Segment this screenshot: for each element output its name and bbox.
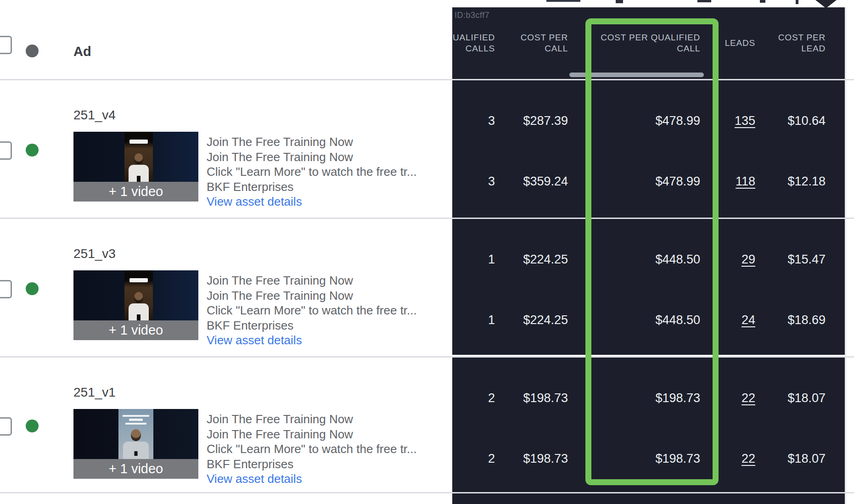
view-asset-details-link[interactable]: View asset details <box>207 471 417 487</box>
cost-per-qualified-call-value: $198.73 <box>655 390 700 406</box>
row-divider <box>0 218 854 219</box>
row-divider <box>0 356 854 358</box>
ad-copy: Join The Free Training Now Join The Free… <box>207 273 417 348</box>
leads-value-link[interactable]: 29 <box>742 251 755 268</box>
id-badge: ID:b3cff7 <box>455 11 489 20</box>
leads-value-link[interactable]: 24 <box>742 312 755 328</box>
column-header-leads[interactable]: LEADS <box>725 38 755 49</box>
row-divider <box>0 79 854 80</box>
person-shirt <box>123 442 149 459</box>
leads-value-link[interactable]: 118 <box>736 173 755 190</box>
column-header-cost-per-call[interactable]: COST PER CALL <box>521 32 568 54</box>
cost-per-call-value: $224.25 <box>523 312 568 328</box>
ad-name[interactable]: 251_v3 <box>73 246 116 261</box>
cost-per-lead-value: $18.07 <box>787 450 826 467</box>
cost-per-call-value: $287.39 <box>523 112 568 129</box>
ad-copy-line: Join The Free Training Now <box>207 150 417 165</box>
ad-name[interactable]: 251_v1 <box>73 385 116 400</box>
metrics-row: 2 $198.73 $198.73 22 $18.07 2 $198.73 $1… <box>452 358 845 492</box>
cost-per-lead-value: $12.18 <box>787 173 826 190</box>
ad-thumbnail[interactable]: + 1 video <box>73 132 198 202</box>
qualified-calls-value: 1 <box>488 251 495 268</box>
ad-thumbnail[interactable]: + 1 video <box>73 409 198 479</box>
row-checkbox[interactable] <box>0 417 12 436</box>
column-header-qualified-calls[interactable]: UALIFIED CALLS <box>453 32 495 54</box>
person-figure <box>134 153 143 164</box>
qualified-calls-value: 3 <box>488 173 495 190</box>
metrics-row-partial <box>452 493 845 504</box>
ad-thumbnail[interactable]: + 1 video <box>73 270 198 340</box>
panel-right-border <box>845 7 846 504</box>
column-header-cost-per-lead[interactable]: COST PER LEAD <box>778 32 826 54</box>
toolbar-fragment <box>546 0 580 2</box>
qualified-calls-value: 2 <box>488 450 495 467</box>
cost-per-qualified-call-value: $478.99 <box>655 112 700 129</box>
video-text-overlay <box>123 415 149 417</box>
ad-copy-line: Join The Free Training Now <box>207 412 417 427</box>
ad-copy-line: Join The Free Training Now <box>207 427 417 442</box>
microphone <box>137 314 140 320</box>
video-frame <box>118 409 153 459</box>
advertiser-name: BKF Enterprises <box>207 457 417 472</box>
cost-per-qualified-call-value: $478.99 <box>655 173 700 190</box>
microphone <box>135 451 138 456</box>
table-row: 251_v4 + 1 video Join The Free Training … <box>0 80 452 218</box>
ad-copy: Join The Free Training Now Join The Free… <box>207 412 417 487</box>
video-frame <box>124 270 153 320</box>
cost-per-qualified-call-value: $448.50 <box>655 251 700 268</box>
toolbar-fragment <box>796 0 798 4</box>
metrics-header-panel: ID:b3cff7 UALIFIED CALLS COST PER CALL C… <box>452 7 845 79</box>
ad-name[interactable]: 251_v4 <box>73 108 116 123</box>
cost-per-lead-value: $10.64 <box>787 112 826 129</box>
cost-per-qualified-call-value: $198.73 <box>655 450 700 467</box>
qualified-calls-value: 1 <box>488 312 495 328</box>
leads-value-link[interactable]: 22 <box>742 390 755 406</box>
more-videos-badge: + 1 video <box>73 459 198 479</box>
video-title-chip <box>129 278 148 282</box>
toolbar-fragment <box>616 0 623 3</box>
video-frame <box>124 132 153 182</box>
table-row: 251_v1 + 1 video Join The Free Training … <box>0 358 452 492</box>
video-preview <box>73 132 198 182</box>
cost-per-call-value: $198.73 <box>523 450 568 467</box>
video-preview <box>73 409 198 459</box>
person-figure <box>131 429 141 441</box>
video-text-overlay <box>129 419 143 421</box>
ad-column-header[interactable]: Ad <box>73 44 91 59</box>
leads-value-link[interactable]: 22 <box>742 450 755 467</box>
metrics-row: 3 $287.39 $478.99 135 $10.64 3 $359.24 $… <box>452 80 845 218</box>
ad-copy-line: Join The Free Training Now <box>207 288 417 303</box>
cost-per-call-value: $198.73 <box>523 390 568 406</box>
leads-value-link[interactable]: 135 <box>735 112 755 129</box>
video-text-overlay <box>125 423 146 425</box>
cost-per-lead-value: $18.07 <box>787 390 826 406</box>
row-checkbox[interactable] <box>0 141 12 160</box>
more-videos-badge: + 1 video <box>73 320 198 340</box>
horizontal-scrollbar[interactable] <box>569 73 704 77</box>
ad-copy-line: Click "Learn More" to watch the free tr.… <box>207 303 417 318</box>
video-title-chip <box>129 140 148 144</box>
advertiser-name: BKF Enterprises <box>207 318 417 333</box>
select-all-checkbox[interactable] <box>0 36 12 54</box>
ad-copy-line: Join The Free Training Now <box>207 273 417 288</box>
column-header-cost-per-qualified-call[interactable]: COST PER QUALIFIED CALL <box>601 32 700 54</box>
status-dot-active <box>26 282 39 295</box>
toolbar-fragment <box>760 0 765 3</box>
cost-per-call-value: $359.24 <box>523 173 568 190</box>
metrics-row: 1 $224.25 $448.50 29 $15.47 1 $224.25 $4… <box>452 219 845 355</box>
view-asset-details-link[interactable]: View asset details <box>207 333 417 348</box>
view-asset-details-link[interactable]: View asset details <box>207 194 417 209</box>
more-videos-badge: + 1 video <box>73 182 198 202</box>
person-figure <box>134 292 143 303</box>
ads-manager-table: Ad ID:b3cff7 UALIFIED CALLS COST PER CAL… <box>0 0 854 504</box>
toolbar-fragment <box>697 0 711 2</box>
cost-per-lead-value: $15.47 <box>787 251 826 268</box>
ad-copy-line: Join The Free Training Now <box>207 134 417 150</box>
table-row: 251_v3 + 1 video Join The Free Training … <box>0 219 452 355</box>
ad-copy: Join The Free Training Now Join The Free… <box>207 134 417 209</box>
ad-copy-line: Click "Learn More" to watch the free tr.… <box>207 164 417 179</box>
ad-copy-line: Click "Learn More" to watch the free tr.… <box>207 442 417 457</box>
cost-per-qualified-call-value: $448.50 <box>655 312 700 328</box>
status-dot-active <box>26 420 39 432</box>
row-checkbox[interactable] <box>0 280 12 298</box>
